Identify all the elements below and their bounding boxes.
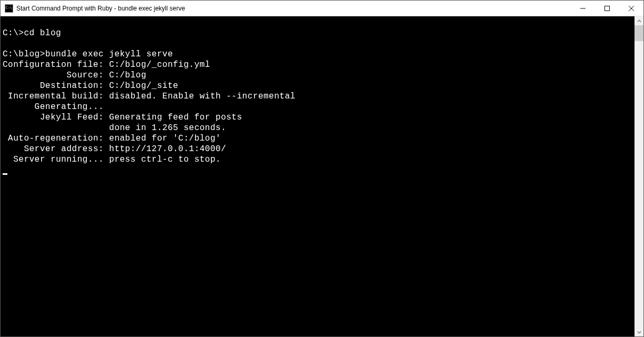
terminal-line: done in 1.265 seconds. <box>3 123 226 133</box>
terminal-line: Generating... <box>3 102 104 112</box>
titlebar[interactable]: C:\ Start Command Prompt with Ruby - bun… <box>1 1 643 16</box>
terminal-line: Auto-regeneration: enabled for 'C:/blog' <box>3 134 221 143</box>
chevron-up-icon <box>637 19 641 23</box>
terminal-line: C:\>cd blog <box>3 28 61 38</box>
terminal-output[interactable]: C:\>cd blog C:\blog>bundle exec jekyll s… <box>1 16 635 336</box>
terminal-area: C:\>cd blog C:\blog>bundle exec jekyll s… <box>1 16 643 336</box>
vertical-scrollbar[interactable] <box>635 16 643 336</box>
terminal-line: Configuration file: C:/blog/_config.yml <box>3 60 210 70</box>
svg-rect-1 <box>605 6 610 11</box>
maximize-icon <box>604 6 610 11</box>
command-prompt-window: C:\ Start Command Prompt with Ruby - bun… <box>0 0 644 337</box>
terminal-line: Server running... press ctrl-c to stop. <box>3 155 221 164</box>
close-button[interactable] <box>619 1 643 16</box>
scroll-down-button[interactable] <box>635 328 643 336</box>
terminal-cursor <box>3 173 7 175</box>
terminal-line: Incremental build: disabled. Enable with… <box>3 92 296 101</box>
scroll-up-button[interactable] <box>635 16 643 25</box>
terminal-line: Destination: C:/blog/_site <box>3 81 178 91</box>
scroll-thumb[interactable] <box>635 25 643 41</box>
maximize-button[interactable] <box>595 1 619 16</box>
terminal-line: Server address: http://127.0.0.1:4000/ <box>3 144 226 154</box>
window-controls <box>571 1 643 16</box>
window-title: Start Command Prompt with Ruby - bundle … <box>16 5 571 12</box>
chevron-down-icon <box>637 330 641 334</box>
minimize-button[interactable] <box>571 1 595 16</box>
app-icon: C:\ <box>5 4 13 13</box>
minimize-icon <box>580 6 586 11</box>
terminal-line: Jekyll Feed: Generating feed for posts <box>3 113 242 122</box>
close-icon <box>629 6 634 11</box>
terminal-line: C:\blog>bundle exec jekyll serve <box>3 49 173 59</box>
terminal-line: Source: C:/blog <box>3 71 147 80</box>
